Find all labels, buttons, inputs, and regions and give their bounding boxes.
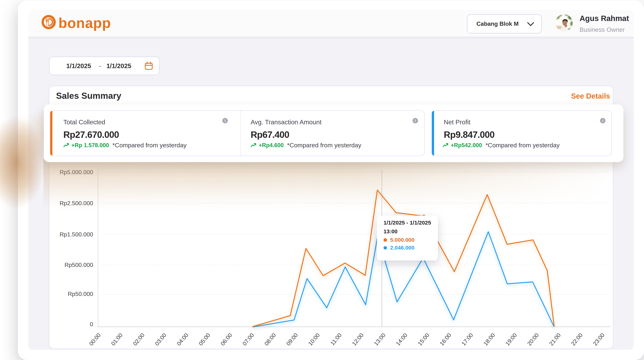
svg-text:20:00: 20:00 [526, 332, 540, 347]
svg-text:02:00: 02:00 [132, 332, 146, 347]
svg-text:01:00: 01:00 [110, 332, 124, 347]
svg-text:22:00: 22:00 [570, 332, 584, 347]
svg-text:04:00: 04:00 [176, 332, 190, 347]
svg-text:05:00: 05:00 [198, 332, 212, 347]
svg-text:18:00: 18:00 [482, 332, 496, 347]
svg-text:14:00: 14:00 [395, 332, 409, 347]
svg-text:23:00: 23:00 [592, 332, 606, 347]
svg-text:06:00: 06:00 [220, 332, 234, 347]
svg-text:07:00: 07:00 [241, 332, 255, 347]
svg-text:03:00: 03:00 [154, 332, 168, 347]
svg-text:15:00: 15:00 [416, 332, 430, 347]
svg-text:17:00: 17:00 [460, 332, 474, 347]
svg-text:11:00: 11:00 [329, 332, 343, 346]
svg-text:12:00: 12:00 [351, 332, 365, 347]
svg-text:09:00: 09:00 [285, 332, 299, 347]
svg-text:16:00: 16:00 [438, 332, 452, 347]
svg-text:13:00: 13:00 [373, 332, 387, 347]
svg-text:21:00: 21:00 [548, 332, 562, 347]
svg-text:08:00: 08:00 [263, 332, 277, 347]
svg-text:19:00: 19:00 [504, 332, 518, 347]
svg-text:10:00: 10:00 [307, 332, 321, 347]
svg-text:00:00: 00:00 [88, 332, 102, 347]
